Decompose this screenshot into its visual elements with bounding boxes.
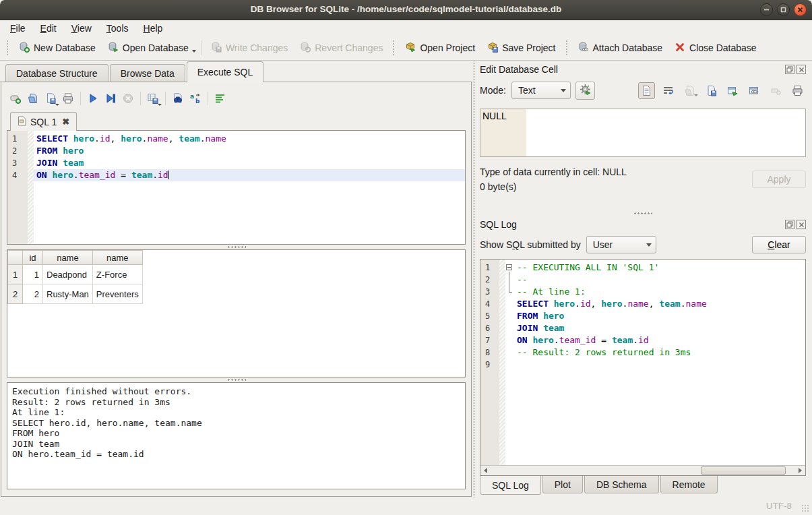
- titlebar[interactable]: DB Browser for SQLite - /home/user/code/…: [0, 0, 812, 20]
- text-mode-icon[interactable]: [638, 82, 655, 99]
- scrollbar-thumb[interactable]: [701, 466, 786, 475]
- tab-plot[interactable]: Plot: [542, 476, 583, 493]
- cell-value: NULL: [482, 111, 507, 121]
- table-cell[interactable]: Rusty-Man: [43, 284, 93, 304]
- code-line: ON hero.team_id = team.id: [517, 334, 805, 346]
- tab-browse-data[interactable]: Browse Data: [110, 64, 185, 82]
- table-cell[interactable]: 2: [23, 284, 43, 304]
- auto-apply-button[interactable]: [575, 82, 595, 100]
- new-database-button[interactable]: New Database: [13, 38, 102, 57]
- attach-database-button[interactable]: Attach Database: [572, 38, 669, 57]
- close-sql-tab-icon[interactable]: ✖: [62, 117, 69, 127]
- left-pane: Database Structure Browse Data Execute S…: [0, 61, 472, 497]
- menu-edit[interactable]: Edit: [33, 22, 64, 35]
- editor-results-splitter[interactable]: [7, 245, 466, 249]
- fold-margin-cell: [505, 310, 514, 322]
- sql-editor-lines[interactable]: SELECT hero.id, hero.name, team.nameFROM…: [34, 131, 465, 244]
- close-panel-icon[interactable]: [797, 220, 806, 229]
- edit-cell-header: Edit Database Cell: [480, 62, 806, 77]
- column-header[interactable]: name: [92, 251, 142, 265]
- revert-changes-button[interactable]: Revert Changes: [294, 38, 389, 57]
- column-header[interactable]: id: [23, 251, 43, 265]
- print-cell-icon[interactable]: [789, 82, 806, 99]
- execute-all-icon[interactable]: [84, 90, 102, 107]
- sql-toolbar: ab: [7, 86, 466, 111]
- copy-url-icon[interactable]: [746, 82, 763, 99]
- table-row: 22Rusty-ManPreventers: [8, 284, 143, 304]
- table-cell[interactable]: 1: [23, 265, 43, 284]
- find-icon[interactable]: [169, 90, 187, 107]
- save-sql-file-icon[interactable]: [42, 90, 59, 107]
- save-project-button[interactable]: Save Project: [481, 38, 561, 57]
- code-line: JOIN team: [36, 157, 465, 169]
- log-filter-select[interactable]: User: [586, 236, 656, 253]
- export-cell-icon[interactable]: [703, 82, 720, 99]
- remove-cell-icon[interactable]: [768, 82, 784, 99]
- sql-editor[interactable]: 1234 SELECT hero.id, hero.name, team.nam…: [7, 130, 466, 245]
- find-replace-icon[interactable]: ab: [187, 90, 204, 107]
- word-wrap-icon[interactable]: [660, 82, 677, 99]
- maximize-button[interactable]: [777, 3, 790, 16]
- close-database-icon: [675, 42, 685, 55]
- fold-marker: [505, 274, 514, 286]
- results-message-splitter[interactable]: [7, 377, 466, 382]
- close-panel-icon[interactable]: [797, 65, 806, 74]
- mode-select[interactable]: Text: [511, 82, 571, 99]
- cell-editor[interactable]: NULL: [480, 109, 806, 157]
- code-line: [517, 359, 805, 371]
- format-sql-icon[interactable]: [212, 90, 229, 107]
- sql-log-lines: -- EXECUTING ALL IN 'SQL 1'---- At line …: [514, 260, 805, 465]
- line-number: 2: [12, 145, 28, 157]
- export-results-icon[interactable]: [144, 90, 162, 107]
- code-line: FROM hero: [517, 310, 805, 322]
- toolbar-handle[interactable]: [6, 40, 9, 56]
- tab-remote[interactable]: Remote: [660, 476, 718, 493]
- float-panel-icon[interactable]: [785, 65, 794, 74]
- tab-db-schema[interactable]: DB Schema: [584, 476, 659, 493]
- window-controls: [760, 3, 807, 16]
- print-sql-icon[interactable]: [59, 90, 77, 107]
- close-database-button[interactable]: Close Database: [668, 38, 763, 57]
- resize-grip-icon[interactable]: [801, 504, 810, 513]
- message-line: SELECT hero.id, hero.name, team.name: [12, 418, 460, 429]
- chevron-down-icon: [646, 243, 652, 247]
- tab-database-structure[interactable]: Database Structure: [5, 64, 108, 82]
- menu-help[interactable]: Help: [136, 22, 170, 35]
- tab-execute-sql[interactable]: Execute SQL: [187, 61, 264, 82]
- open-sql-tab-icon[interactable]: [7, 90, 24, 107]
- minimize-button[interactable]: [760, 3, 773, 16]
- table-cell[interactable]: Preventers: [92, 284, 142, 304]
- menu-view[interactable]: View: [64, 22, 99, 35]
- close-window-button[interactable]: [794, 3, 807, 16]
- log-filter-row: Show SQL submitted by User Clear: [480, 235, 806, 254]
- fold-marker[interactable]: [505, 262, 514, 274]
- open-sql-file-icon[interactable]: [24, 90, 42, 107]
- import-cell-icon[interactable]: [681, 82, 698, 99]
- stop-execution-icon[interactable]: [119, 90, 137, 107]
- table-cell[interactable]: Deadpond: [43, 265, 93, 284]
- sql-log-area: 123456789 -- EXECUTING ALL IN 'SQL 1'---…: [480, 259, 806, 476]
- log-horizontal-scrollbar[interactable]: [480, 465, 805, 475]
- dock-splitter[interactable]: [480, 209, 806, 217]
- message-line: FROM hero: [12, 428, 460, 439]
- scroll-right-icon[interactable]: [795, 466, 805, 475]
- open-external-icon[interactable]: [724, 82, 741, 99]
- menu-file[interactable]: File: [3, 22, 33, 35]
- float-panel-icon[interactable]: [785, 220, 794, 229]
- clear-log-button[interactable]: Clear: [752, 236, 806, 253]
- sql-file-tab[interactable]: SQL 1 ✖: [10, 112, 77, 131]
- row-header[interactable]: 2: [8, 284, 23, 304]
- open-database-dropdown-icon[interactable]: [192, 50, 196, 53]
- apply-button[interactable]: Apply: [752, 171, 806, 188]
- scroll-left-icon[interactable]: [480, 466, 491, 475]
- open-database-button[interactable]: Open Database: [102, 38, 195, 57]
- menu-tools[interactable]: Tools: [99, 22, 136, 35]
- execute-current-line-icon[interactable]: [102, 90, 119, 107]
- row-header[interactable]: 1: [8, 265, 23, 284]
- table-corner[interactable]: [8, 251, 23, 265]
- table-cell[interactable]: Z-Force: [92, 265, 142, 284]
- write-changes-button[interactable]: Write Changes: [205, 38, 294, 57]
- open-project-button[interactable]: Open Project: [399, 38, 481, 57]
- tab-sql-log[interactable]: SQL Log: [480, 476, 541, 495]
- column-header[interactable]: name: [43, 251, 93, 265]
